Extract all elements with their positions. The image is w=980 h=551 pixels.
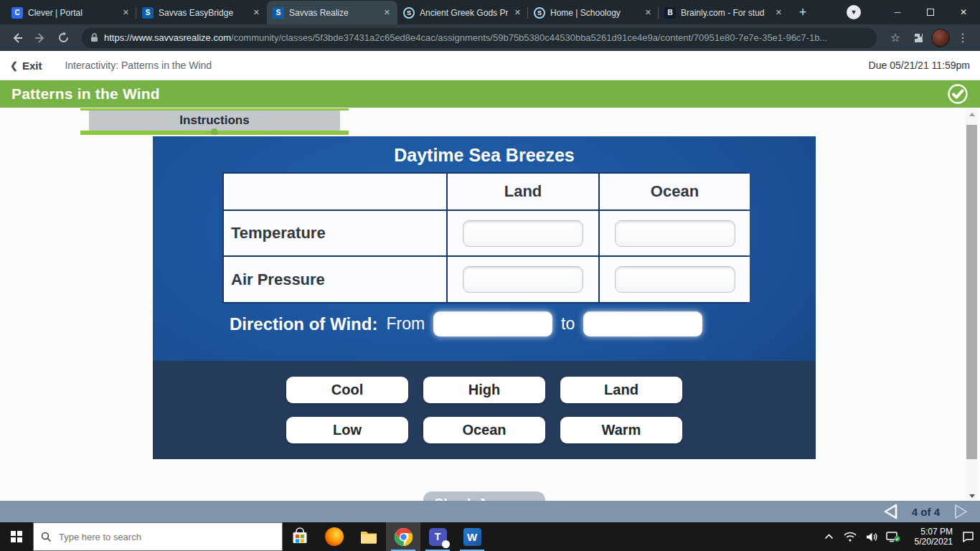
- tab-savvas-realize-active[interactable]: S Savvas Realize ✕: [267, 1, 397, 24]
- maximize-button[interactable]: [914, 0, 947, 24]
- file-explorer-icon[interactable]: [352, 522, 386, 551]
- search-icon: [41, 532, 52, 542]
- tab-instructions[interactable]: Instructions: [89, 110, 340, 131]
- forward-icon[interactable]: [30, 28, 50, 48]
- tab-home-schoology[interactable]: S Home | Schoology ✕: [528, 1, 659, 24]
- volume-icon[interactable]: [862, 522, 881, 551]
- progress-dot-icon: [212, 128, 217, 134]
- pager-bar: 4 of 4: [0, 501, 980, 522]
- close-tab-icon[interactable]: ✕: [121, 8, 131, 17]
- profile-avatar[interactable]: [931, 29, 950, 47]
- taskbar-clock[interactable]: 5:07 PM 5/20/2021: [905, 527, 956, 547]
- table-cell: [448, 257, 598, 302]
- table-cell: [600, 257, 750, 302]
- extensions-puzzle-icon[interactable]: [908, 28, 928, 48]
- sea-breezes-panel: Daytime Sea Breezes Land Ocean Temperatu…: [153, 136, 816, 459]
- word-button-high[interactable]: High: [423, 377, 545, 403]
- window-controls: ▼ ─ ✕: [847, 0, 980, 24]
- scrollbar-thumb[interactable]: [966, 125, 977, 459]
- tab-savvas-easybridge[interactable]: S Savvas EasyBridge ✕: [136, 1, 267, 24]
- new-tab-button[interactable]: +: [792, 1, 814, 23]
- screen: C Clever | Portal ✕ S Savvas EasyBridge …: [0, 0, 980, 551]
- brainly-favicon: B: [664, 7, 676, 19]
- chrome-icon[interactable]: [386, 522, 420, 551]
- word-button-ocean[interactable]: Ocean: [423, 417, 545, 443]
- vertical-scrollbar: [966, 109, 978, 501]
- to-label: to: [561, 314, 575, 334]
- tab-ancient-greek-gods[interactable]: S Ancient Greek Gods Pr ✕: [397, 1, 528, 24]
- column-header-land: Land: [448, 174, 598, 209]
- browser-tab-strip: C Clever | Portal ✕ S Savvas EasyBridge …: [0, 0, 980, 24]
- search-input[interactable]: [59, 532, 275, 542]
- savvas-favicon: S: [142, 7, 154, 19]
- table-corner-cell: [224, 174, 446, 209]
- action-center-icon[interactable]: [958, 522, 977, 551]
- reload-icon[interactable]: [53, 28, 73, 48]
- tab-clever-portal[interactable]: C Clever | Portal ✕: [6, 1, 136, 24]
- address-bar[interactable]: https://www.savvasrealize.com/community/…: [82, 28, 877, 48]
- temperature-ocean-input[interactable]: [615, 220, 735, 247]
- system-tray: 5:07 PM 5/20/2021: [819, 522, 980, 551]
- tab-title: Home | Schoology: [550, 8, 639, 18]
- from-label: From: [386, 314, 425, 334]
- temperature-land-input[interactable]: [463, 220, 583, 247]
- url-text: https://www.savvasrealize.com/community/…: [104, 32, 827, 43]
- air-pressure-land-input[interactable]: [463, 266, 583, 293]
- exit-button[interactable]: ❮ Exit: [10, 60, 42, 72]
- table-cell: [600, 211, 750, 255]
- tab-title: Brainly.com - For stud: [681, 8, 769, 18]
- activity-title: Patterns in the Wind: [11, 85, 160, 103]
- schoology-favicon: S: [403, 7, 415, 19]
- media-controls-icon[interactable]: ▼: [847, 5, 861, 19]
- firefox-icon[interactable]: [317, 522, 352, 551]
- tab-brainly[interactable]: B Brainly.com - For stud ✕: [659, 1, 789, 24]
- assignment-bar: ❮ Exit Interactivity: Patterns in the Wi…: [0, 51, 980, 80]
- close-tab-icon[interactable]: ✕: [382, 8, 392, 17]
- taskbar-search[interactable]: [33, 522, 283, 551]
- teams-presence-dot: [442, 540, 450, 548]
- close-tab-icon[interactable]: ✕: [252, 8, 261, 17]
- microsoft-store-icon[interactable]: [283, 522, 317, 551]
- scroll-down-icon[interactable]: [966, 491, 978, 501]
- schoology-favicon: S: [534, 7, 545, 19]
- complete-check-icon[interactable]: [947, 83, 969, 105]
- previous-page-icon[interactable]: [880, 503, 900, 520]
- tray-chevron-up-icon[interactable]: [819, 522, 838, 551]
- chevron-left-icon: ❮: [10, 60, 18, 71]
- teams-icon[interactable]: T: [420, 522, 455, 551]
- wind-from-input[interactable]: [433, 311, 552, 336]
- start-button[interactable]: [0, 522, 33, 551]
- air-pressure-ocean-input[interactable]: [615, 266, 735, 293]
- wifi-icon[interactable]: [841, 522, 859, 551]
- tab-title: Savvas Realize: [289, 8, 377, 18]
- word-button-cool[interactable]: Cool: [286, 377, 408, 403]
- bookmark-star-icon[interactable]: ☆: [885, 28, 905, 48]
- direction-of-wind-row: Direction of Wind: From to: [153, 311, 816, 336]
- word-bank: Cool High Land Low Ocean Warm: [153, 361, 816, 459]
- due-date: Due 05/21/21 11:59pm: [869, 60, 970, 71]
- close-tab-icon[interactable]: ✕: [774, 8, 783, 17]
- scroll-up-icon[interactable]: [966, 109, 978, 119]
- browser-menu-icon[interactable]: ⋮: [953, 28, 973, 48]
- instructions-tab-wrap: Instructions: [80, 108, 349, 135]
- table-cell: [448, 211, 598, 255]
- network-status-icon[interactable]: [884, 522, 903, 551]
- minimize-button[interactable]: ─: [881, 0, 914, 24]
- panel-title: Daytime Sea Breezes: [153, 145, 816, 166]
- close-tab-icon[interactable]: ✕: [644, 8, 653, 17]
- wind-to-input[interactable]: [583, 311, 702, 336]
- browser-toolbar: https://www.savvasrealize.com/community/…: [0, 24, 980, 51]
- savvas-favicon: S: [273, 7, 284, 19]
- close-window-button[interactable]: ✕: [947, 0, 980, 24]
- word-button-land[interactable]: Land: [560, 377, 682, 403]
- next-page-icon[interactable]: [951, 503, 971, 520]
- back-icon[interactable]: [7, 28, 27, 48]
- word-button-warm[interactable]: Warm: [560, 417, 682, 443]
- instructions-label: Instructions: [179, 113, 249, 128]
- word-button-low[interactable]: Low: [286, 417, 408, 443]
- activity-header: Patterns in the Wind: [0, 80, 980, 108]
- close-tab-icon[interactable]: ✕: [513, 8, 522, 17]
- check-answers-button[interactable]: Check Answers: [423, 491, 545, 501]
- word-icon[interactable]: W: [455, 522, 489, 551]
- tab-title: Clever | Portal: [28, 8, 116, 18]
